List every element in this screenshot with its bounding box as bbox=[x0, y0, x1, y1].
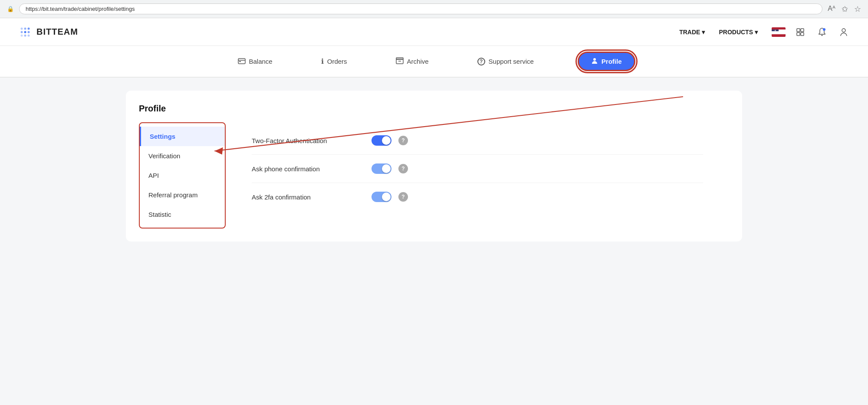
content-layout: Settings Verification API Referral progr… bbox=[139, 122, 729, 229]
setting-row-phone: Ask phone confirmation ? bbox=[252, 155, 703, 183]
products-label: PRODUCTS bbox=[719, 29, 753, 36]
toggle-phone[interactable] bbox=[372, 163, 391, 174]
svg-rect-12 bbox=[801, 33, 804, 36]
svg-point-5 bbox=[28, 31, 30, 33]
support-icon: ? bbox=[477, 58, 485, 65]
svg-rect-9 bbox=[797, 29, 800, 32]
browser-chrome: 🔒 https://bit.team/trade/cabinet/profile… bbox=[0, 0, 868, 18]
tab-bar-container: Balance ℹ Orders Archive ? Support servi… bbox=[0, 46, 868, 78]
customize-icon[interactable]: ✩ bbox=[842, 4, 848, 14]
svg-point-13 bbox=[823, 28, 825, 31]
settings-content: Two-Factor Authentication ? Ask phone co… bbox=[226, 122, 729, 229]
sidebar: Settings Verification API Referral progr… bbox=[139, 122, 226, 229]
svg-point-1 bbox=[24, 27, 26, 29]
page-title: Profile bbox=[139, 104, 729, 114]
help-2fa-icon[interactable]: ? bbox=[398, 136, 408, 145]
svg-point-7 bbox=[24, 34, 26, 36]
tab-orders[interactable]: ℹ Orders bbox=[314, 54, 354, 69]
nav-icon-group: ★ bbox=[772, 25, 851, 39]
orders-icon: ℹ bbox=[321, 57, 324, 65]
svg-point-19 bbox=[593, 58, 596, 61]
tab-profile-wrapper: Profile bbox=[575, 49, 638, 73]
user-icon[interactable] bbox=[837, 25, 851, 39]
tab-support[interactable]: ? Support service bbox=[470, 54, 541, 69]
notifications-icon[interactable] bbox=[815, 25, 829, 39]
tab-orders-label: Orders bbox=[327, 58, 347, 65]
trade-chevron: ▾ bbox=[702, 29, 705, 36]
tab-archive-label: Archive bbox=[407, 58, 429, 65]
svg-point-8 bbox=[28, 34, 30, 36]
toggle-2fa[interactable] bbox=[372, 135, 391, 146]
balance-icon bbox=[238, 57, 246, 65]
nav-links: TRADE ▾ PRODUCTS ▾ bbox=[679, 29, 758, 36]
tab-bar: Balance ℹ Orders Archive ? Support servi… bbox=[0, 46, 868, 77]
logo-icon bbox=[17, 24, 33, 40]
svg-point-3 bbox=[21, 31, 23, 33]
browser-action-icons: Aᴬ ✩ ☆ bbox=[828, 4, 861, 14]
sidebar-settings-label: Settings bbox=[150, 133, 175, 140]
reader-icon[interactable]: Aᴬ bbox=[828, 4, 835, 14]
toggle-2fa-confirm[interactable] bbox=[372, 192, 391, 202]
setting-phone-label: Ask phone confirmation bbox=[252, 165, 365, 173]
sidebar-item-referral[interactable]: Referral program bbox=[140, 185, 225, 205]
sidebar-item-settings[interactable]: Settings bbox=[140, 127, 225, 146]
svg-point-2 bbox=[28, 27, 30, 29]
setting-2fa-confirm-label: Ask 2fa confirmation bbox=[252, 193, 365, 201]
archive-icon bbox=[396, 57, 404, 65]
sidebar-item-api[interactable]: API bbox=[140, 166, 225, 185]
svg-rect-16 bbox=[239, 61, 241, 62]
products-menu[interactable]: PRODUCTS ▾ bbox=[719, 29, 758, 36]
svg-point-14 bbox=[842, 29, 845, 32]
logo-text: BITTEAM bbox=[36, 27, 78, 37]
top-navigation: BITTEAM TRADE ▾ PRODUCTS ▾ ★ bbox=[0, 18, 868, 46]
setting-row-2fa: Two-Factor Authentication ? bbox=[252, 127, 703, 155]
main-content: Profile Settings Verification API Referr… bbox=[108, 78, 760, 255]
url-text: https://bit.team/trade/cabinet/profile/s… bbox=[26, 6, 135, 12]
sidebar-referral-label: Referral program bbox=[148, 191, 197, 199]
svg-point-6 bbox=[21, 34, 23, 36]
page-section: Profile Settings Verification API Referr… bbox=[126, 91, 742, 242]
sidebar-item-statistic[interactable]: Statistic bbox=[140, 205, 225, 224]
svg-rect-11 bbox=[797, 33, 800, 36]
bookmark-icon[interactable]: ☆ bbox=[854, 4, 861, 14]
url-bar[interactable]: https://bit.team/trade/cabinet/profile/s… bbox=[19, 3, 822, 14]
sidebar-verification-label: Verification bbox=[148, 152, 180, 160]
svg-rect-18 bbox=[396, 58, 403, 59]
trade-label: TRADE bbox=[679, 29, 700, 36]
svg-point-0 bbox=[21, 27, 23, 29]
profile-tab-icon bbox=[591, 57, 598, 65]
page-section-wrapper: Profile Settings Verification API Referr… bbox=[126, 91, 742, 242]
sidebar-api-label: API bbox=[148, 172, 159, 179]
tab-support-label: Support service bbox=[489, 58, 534, 65]
tab-balance[interactable]: Balance bbox=[231, 54, 279, 69]
language-flag[interactable]: ★ bbox=[772, 27, 786, 37]
help-phone-icon[interactable]: ? bbox=[398, 164, 408, 173]
setting-row-2fa-confirm: Ask 2fa confirmation ? bbox=[252, 183, 703, 211]
tab-balance-label: Balance bbox=[249, 58, 273, 65]
sidebar-statistic-label: Statistic bbox=[148, 211, 171, 218]
svg-point-4 bbox=[24, 31, 26, 33]
tab-profile-label: Profile bbox=[602, 58, 622, 65]
layout-icon[interactable] bbox=[793, 25, 807, 39]
tab-profile[interactable]: Profile bbox=[578, 52, 635, 71]
products-chevron: ▾ bbox=[755, 29, 758, 36]
help-2fa-confirm-icon[interactable]: ? bbox=[398, 192, 408, 202]
trade-menu[interactable]: TRADE ▾ bbox=[679, 29, 705, 36]
sidebar-item-verification[interactable]: Verification bbox=[140, 146, 225, 166]
svg-rect-15 bbox=[238, 59, 245, 64]
svg-rect-10 bbox=[801, 29, 804, 32]
profile-tab-border: Profile bbox=[575, 49, 638, 73]
setting-2fa-label: Two-Factor Authentication bbox=[252, 137, 365, 144]
logo[interactable]: BITTEAM bbox=[17, 24, 78, 40]
tab-archive[interactable]: Archive bbox=[389, 54, 436, 69]
